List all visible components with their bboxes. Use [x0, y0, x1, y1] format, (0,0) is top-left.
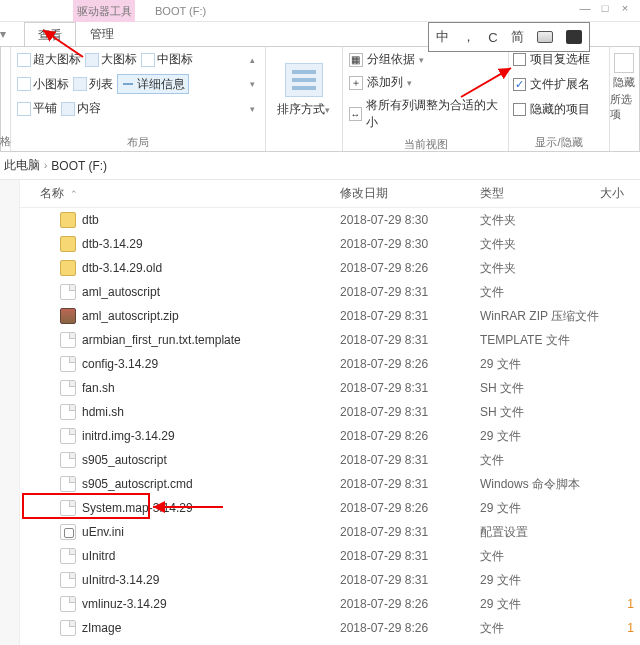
breadcrumb-drive[interactable]: BOOT (F:)	[51, 159, 107, 173]
file-date: 2018-07-29 8:31	[340, 573, 480, 587]
view-small-icons-button[interactable]: 小图标	[17, 76, 69, 93]
sort-by-button[interactable]: 排序方式▾	[277, 101, 330, 118]
table-row[interactable]: initrd.img-3.14.292018-07-29 8:2629 文件	[20, 424, 640, 448]
layout-more-icon[interactable]: ▾	[250, 105, 255, 113]
size-all-columns-button[interactable]: ↔将所有列调整为合适的大小	[349, 97, 503, 131]
sort-by-icon[interactable]	[285, 63, 323, 97]
file-icon	[60, 572, 76, 588]
column-header-size[interactable]: 大小	[600, 185, 640, 202]
breadcrumb-pc[interactable]: 此电脑	[4, 157, 40, 174]
table-row[interactable]: zImage2018-07-29 8:26文件1	[20, 616, 640, 640]
file-name: dtb-3.14.29.old	[82, 261, 162, 275]
table-row[interactable]: s905_autoscript2018-07-29 8:31文件	[20, 448, 640, 472]
ribbon-group-sort: 排序方式▾	[266, 47, 343, 151]
file-type: 配置设置	[480, 524, 600, 541]
column-header-type[interactable]: 类型	[480, 185, 600, 202]
layout-scroll-up-icon[interactable]: ▴	[250, 56, 255, 64]
table-row[interactable]: armbian_first_run.txt.template2018-07-29…	[20, 328, 640, 352]
column-header-name[interactable]: 名称⌃	[20, 185, 340, 202]
keyboard-icon[interactable]	[537, 31, 553, 43]
file-name: dtb	[82, 213, 99, 227]
file-type: 文件夹	[480, 236, 600, 253]
table-row[interactable]: s905_autoscript.cmd2018-07-29 8:31Window…	[20, 472, 640, 496]
file-type: WinRAR ZIP 压缩文件	[480, 308, 600, 325]
file-type: 文件	[480, 548, 600, 565]
file-pane: 名称⌃ 修改日期 类型 大小 dtb2018-07-29 8:30文件夹dtb-…	[0, 180, 640, 645]
table-row[interactable]: uInitrd2018-07-29 8:31文件	[20, 544, 640, 568]
file-date: 2018-07-29 8:31	[340, 453, 480, 467]
ime-punct-icon[interactable]: ，	[462, 28, 475, 46]
view-large-icons-button[interactable]: 大图标	[85, 51, 137, 68]
view-extra-large-icons-button[interactable]: 超大图标	[17, 51, 81, 68]
view-details-button[interactable]: 详细信息	[117, 74, 189, 94]
ime-settings-icon[interactable]	[566, 30, 582, 44]
file-type: SH 文件	[480, 404, 600, 421]
view-content-button[interactable]: 内容	[61, 100, 101, 117]
maximize-button[interactable]: □	[598, 2, 612, 14]
file-type: 文件	[480, 620, 600, 637]
table-row[interactable]: dtb-3.14.292018-07-29 8:30文件夹	[20, 232, 640, 256]
view-tiles-button[interactable]: 平铺	[17, 100, 57, 117]
add-columns-button[interactable]: ＋添加列 ▾	[349, 74, 503, 91]
file-icon	[60, 380, 76, 396]
file-date: 2018-07-29 8:26	[340, 597, 480, 611]
table-row[interactable]: dtb2018-07-29 8:30文件夹	[20, 208, 640, 232]
hidden-items-toggle[interactable]: 隐藏的项目	[513, 101, 604, 118]
window-title: BOOT (F:)	[155, 0, 206, 22]
file-date: 2018-07-29 8:26	[340, 357, 480, 371]
table-row[interactable]: aml_autoscript2018-07-29 8:31文件	[20, 280, 640, 304]
file-size: 1	[600, 597, 640, 611]
ime-trad-simp-icon[interactable]: 简	[511, 28, 524, 46]
ime-mode-icon[interactable]: 中	[436, 28, 449, 46]
file-name: uInitrd-3.14.29	[82, 573, 159, 587]
tab-view[interactable]: 查看	[24, 22, 76, 47]
file-name: initrd.img-3.14.29	[82, 429, 175, 443]
table-row[interactable]: System.map-3.14.292018-07-29 8:2629 文件	[20, 496, 640, 520]
column-header-date[interactable]: 修改日期	[340, 185, 480, 202]
table-row[interactable]: aml_autoscript.zip2018-07-29 8:31WinRAR …	[20, 304, 640, 328]
item-checkboxes-toggle[interactable]: 项目复选框	[513, 51, 604, 68]
file-icon	[60, 332, 76, 348]
file-icon	[60, 620, 76, 636]
folder-icon	[60, 212, 76, 228]
view-list-button[interactable]: 列表	[73, 76, 113, 93]
file-type: SH 文件	[480, 380, 600, 397]
tab-manage[interactable]: 管理	[76, 22, 128, 46]
file-name: dtb-3.14.29	[82, 237, 143, 251]
file-date: 2018-07-29 8:31	[340, 525, 480, 539]
ime-floating-bar[interactable]: 中 ， C 简	[428, 22, 590, 52]
file-icon	[60, 428, 76, 444]
expand-ribbon-icon[interactable]: ▾	[0, 22, 24, 46]
minimize-button[interactable]: —	[578, 2, 592, 14]
file-type: 29 文件	[480, 356, 600, 373]
file-date: 2018-07-29 8:31	[340, 477, 480, 491]
table-row[interactable]: uInitrd-3.14.292018-07-29 8:3129 文件	[20, 568, 640, 592]
file-name: fan.sh	[82, 381, 115, 395]
hide-selected-label-1: 隐藏	[613, 75, 635, 90]
file-date: 2018-07-29 8:26	[340, 429, 480, 443]
file-date: 2018-07-29 8:31	[340, 405, 480, 419]
file-type: Windows 命令脚本	[480, 476, 600, 493]
ime-c-icon[interactable]: C	[488, 30, 497, 45]
table-row[interactable]: hdmi.sh2018-07-29 8:31SH 文件	[20, 400, 640, 424]
layout-scroll-down-icon[interactable]: ▾	[250, 80, 255, 88]
table-row[interactable]: fan.sh2018-07-29 8:31SH 文件	[20, 376, 640, 400]
hide-selected-icon[interactable]	[614, 53, 634, 73]
file-name: s905_autoscript.cmd	[82, 477, 193, 491]
table-row[interactable]: uEnv.ini2018-07-29 8:31配置设置	[20, 520, 640, 544]
contextual-tab-drive-tools[interactable]: 驱动器工具	[73, 0, 135, 22]
file-date: 2018-07-29 8:26	[340, 261, 480, 275]
group-by-button[interactable]: ▦分组依据 ▾	[349, 51, 503, 68]
ini-icon	[60, 524, 76, 540]
file-date: 2018-07-29 8:30	[340, 213, 480, 227]
file-date: 2018-07-29 8:26	[340, 621, 480, 635]
close-button[interactable]: ×	[618, 2, 632, 14]
view-medium-icons-button[interactable]: 中图标	[141, 51, 193, 68]
ribbon-group-show-hide: 项目复选框 ✓文件扩展名 隐藏的项目 显示/隐藏	[509, 47, 609, 151]
file-extensions-toggle[interactable]: ✓文件扩展名	[513, 76, 604, 93]
table-row[interactable]: dtb-3.14.29.old2018-07-29 8:26文件夹	[20, 256, 640, 280]
table-row[interactable]: vmlinuz-3.14.292018-07-29 8:2629 文件1	[20, 592, 640, 616]
table-row[interactable]: config-3.14.292018-07-29 8:2629 文件	[20, 352, 640, 376]
column-headers[interactable]: 名称⌃ 修改日期 类型 大小	[20, 180, 640, 208]
breadcrumb[interactable]: 此电脑 › BOOT (F:)	[0, 152, 640, 180]
